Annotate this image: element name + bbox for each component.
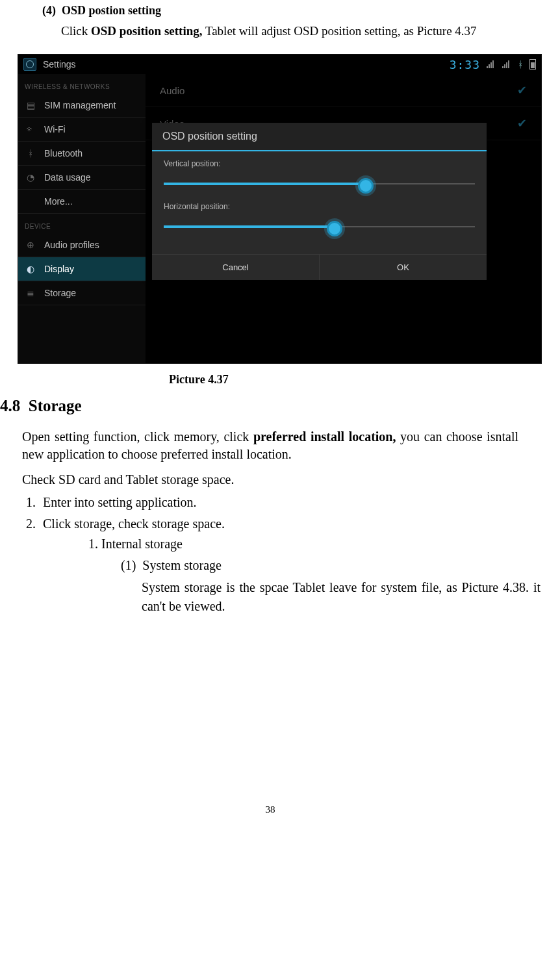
vertical-label: Vertical position: (164, 159, 475, 168)
osd-click-paragraph: Click OSD position setting, Tablet will … (61, 24, 541, 38)
sidebar-item-audio[interactable]: ⊕Audio profiles (18, 233, 146, 257)
sidebar-item-storage[interactable]: ≣Storage (18, 281, 146, 305)
vertical-progress (164, 183, 366, 185)
sim-icon: ▤ (25, 101, 36, 110)
sidebar-category: WIRELESS & NETWORKS (18, 74, 146, 94)
wifi-icon: ᯤ (25, 125, 36, 134)
section-title: Storage (29, 397, 82, 414)
display-icon: ◐ (25, 264, 36, 273)
section-heading: 4.8 Storage (0, 397, 541, 415)
vertical-slider[interactable] (164, 176, 475, 192)
osd-dialog: OSD position setting Vertical position: … (152, 123, 487, 280)
storage-icon: ≣ (25, 288, 36, 298)
subsection-title: OSD postion setting (62, 4, 161, 17)
list-item: Internal storage (1) System storage Syst… (101, 537, 541, 616)
section-number: 4.8 (0, 397, 20, 414)
sidebar-item-more[interactable]: More... (18, 190, 146, 214)
steps-list: Enter into setting application. Click st… (39, 495, 541, 616)
audio-icon: ⊕ (25, 240, 36, 249)
paren-body: System storage is the spcae Tablet leave… (142, 578, 541, 616)
horizontal-slider[interactable] (164, 219, 475, 235)
subsection-number: (4) (42, 4, 56, 17)
clock-icon: 3:33 (450, 58, 480, 71)
storage-paragraph: Open setting function, click memory, cli… (22, 428, 518, 463)
sidebar-item-sim[interactable]: ▤SIM management (18, 94, 146, 118)
horizontal-label: Horizontal position: (164, 202, 475, 211)
inner-list: Internal storage (1) System storage Syst… (101, 537, 541, 616)
settings-app-icon (23, 58, 36, 71)
paren-item: (1) System storage System storage is the… (121, 558, 541, 616)
tablet-screenshot: Settings 3:33 ᚼ WIRELESS & NETWORKS ▤SIM… (18, 54, 542, 364)
data-icon: ◔ (25, 173, 36, 182)
bluetooth-icon: ᚼ (25, 149, 36, 158)
ok-button[interactable]: OK (319, 255, 487, 280)
sidebar-category: DEVICE (18, 214, 146, 233)
dialog-title: OSD position setting (152, 123, 487, 151)
sidebar-item-data[interactable]: ◔Data usage (18, 166, 146, 190)
paren-number: (1) (121, 558, 136, 572)
slider-thumb[interactable] (358, 178, 374, 194)
sidebar-item-display[interactable]: ◐Display (18, 257, 146, 281)
page-number: 38 (0, 804, 541, 815)
sidebar-item-bluetooth[interactable]: ᚼBluetooth (18, 142, 146, 166)
signal-icon (487, 60, 496, 68)
list-item: Click storage, check storage space. Inte… (39, 516, 541, 616)
battery-icon (529, 59, 536, 70)
more-icon (25, 197, 36, 206)
list-item: Enter into setting application. (39, 495, 541, 510)
signal-icon (502, 60, 511, 68)
bluetooth-icon: ᚼ (518, 59, 523, 70)
check-sd-paragraph: Check SD card and Tablet storage space. (22, 472, 518, 487)
paren-title: System storage (142, 558, 222, 572)
status-bar: Settings 3:33 ᚼ (18, 55, 541, 74)
settings-sidebar: WIRELESS & NETWORKS ▤SIM management ᯤWi-… (18, 74, 146, 363)
slider-thumb[interactable] (327, 221, 342, 236)
cancel-button[interactable]: Cancel (152, 255, 319, 280)
figure-caption: Picture 4.37 (169, 373, 541, 387)
settings-title: Settings (43, 59, 76, 70)
screenshot-figure: Settings 3:33 ᚼ WIRELESS & NETWORKS ▤SIM… (18, 54, 541, 364)
subsection-heading: (4) OSD postion setting (42, 4, 541, 18)
horizontal-progress (164, 225, 335, 228)
sidebar-item-wifi[interactable]: ᯤWi-Fi (18, 118, 146, 142)
